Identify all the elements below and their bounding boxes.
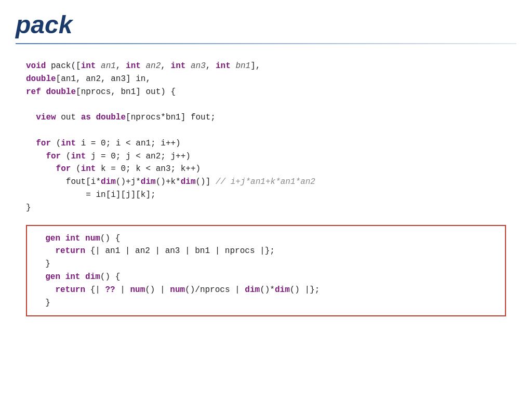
code-line-for1: for (int i = 0; i < an1; i++) [26,137,506,150]
code-line-view: view out as double[nprocs*bn1] fout; [26,111,506,124]
code-boxed-block: gen int num() { return {| an1 | an2 | an… [26,225,506,317]
code-line-assign: = in[i][j][k]; [26,189,506,202]
code-line-blank2 [26,124,506,137]
page-title: pack [16,10,516,39]
code-boxed-line-1: gen int num() { [35,232,497,245]
code-boxed-line-4: gen int dim() { [35,271,497,284]
code-line-3: ref double[nprocs, bn1] out) { [26,86,506,99]
code-boxed-line-3: } [35,258,497,271]
code-line-for2: for (int j = 0; j < an2; j++) [26,150,506,163]
code-line-fout: fout[i*dim()+j*dim()+k*dim()] // i+j*an1… [26,176,506,189]
code-line-2: double[an1, an2, an3] in, [26,73,506,86]
code-container: void pack([int an1, int an2, int an3, in… [16,55,516,322]
code-boxed-line-6: } [35,297,497,310]
divider [16,43,516,44]
code-line-blank1 [26,98,506,111]
code-boxed-line-2: return {| an1 | an2 | an3 | bn1 | nprocs… [35,245,497,258]
code-line-1: void pack([int an1, int an2, int an3, in… [26,60,506,73]
code-boxed-line-5: return {| ?? | num() | num()/nprocs | di… [35,284,497,297]
code-normal-block: void pack([int an1, int an2, int an3, in… [26,60,506,215]
code-line-for3: for (int k = 0; k < an3; k++) [26,163,506,176]
code-line-close-main: } [26,202,506,215]
